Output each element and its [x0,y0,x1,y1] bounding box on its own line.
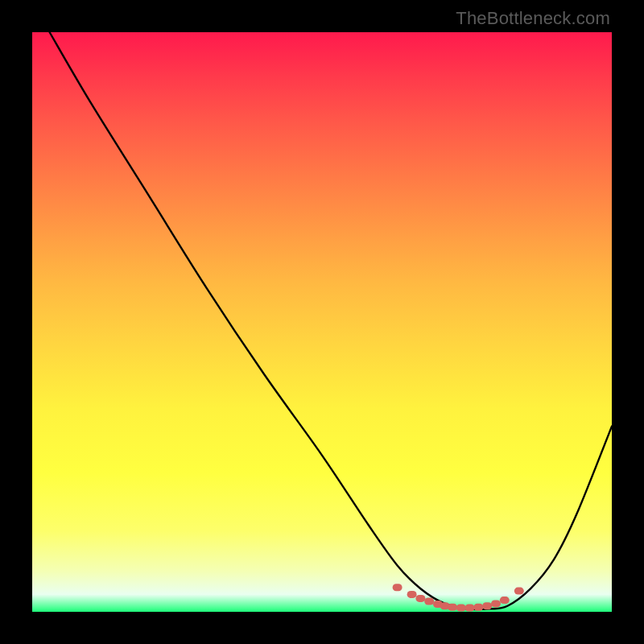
optimal-dot [514,588,524,595]
optimal-dot [491,600,501,607]
optimal-dot [482,602,492,609]
attribution-text: TheBottleneck.com [456,8,610,29]
optimal-dot [473,604,483,611]
optimal-dot [448,604,457,611]
chart-frame: TheBottleneck.com [0,0,644,644]
optimal-dot [465,605,475,612]
optimal-dot [415,595,425,602]
optimal-dot [456,605,466,612]
chart-overlay-svg [32,32,612,612]
optimal-dot [407,591,417,598]
optimal-dot [393,584,402,591]
optimal-dot [424,598,434,605]
bottleneck-curve-line [50,32,612,609]
optimal-dot [500,597,510,604]
